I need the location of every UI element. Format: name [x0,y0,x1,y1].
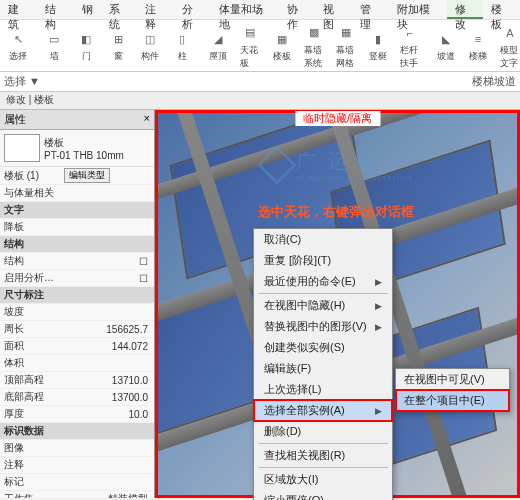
prop-row[interactable]: 坡度 [0,304,154,321]
tool-栏杆扶手[interactable]: ⌐栏杆扶手 [396,22,424,71]
prop-row[interactable]: 注释 [0,457,154,474]
ctx-item[interactable]: 查找相关视图(R) [254,445,392,466]
ctx-item[interactable]: 重复 [阶段](T) [254,250,392,271]
properties-panel: 属性 × 楼板 PT-01 THB 10mm 楼板 (1) 编辑类型 与体量相关… [0,110,155,498]
ribbon-tab-视图[interactable]: 视图 [315,0,352,19]
sub-item[interactable]: 在视图中可见(V) [396,369,509,390]
tool-坡道[interactable]: ◣坡道 [432,28,460,64]
ctx-item[interactable]: 在视图中隐藏(H)▶ [254,295,392,316]
ribbon-tab-修改[interactable]: 修改 [447,0,484,19]
ribbon-tab-注释[interactable]: 注释 [137,0,174,19]
close-icon[interactable]: × [144,112,150,127]
ctx-item[interactable]: 取消(C) [254,229,392,250]
ctx-item[interactable]: 删除(D) [254,421,392,442]
type-sub: PT-01 THB 10mm [44,150,124,161]
ctx-item[interactable]: 编辑族(F) [254,358,392,379]
tool-楼梯[interactable]: ≡楼梯 [464,28,492,64]
sub-item[interactable]: 在整个项目中(E) [396,390,509,411]
prop-row[interactable]: 尺寸标注 [0,287,154,304]
ctx-item[interactable]: 缩小两倍(O) [254,490,392,500]
prop-row[interactable]: 标识数据 [0,423,154,440]
ribbon-tab-协作[interactable]: 协作 [279,0,316,19]
ctx-item[interactable]: 上次选择(L) [254,379,392,400]
ctx-item[interactable]: 创建类似实例(S) [254,337,392,358]
tool-竖梃[interactable]: ▮竖梃 [364,28,392,64]
ribbon-tab-体量和场地[interactable]: 体量和场地 [211,0,279,19]
tool-楼板[interactable]: ▦楼板 [268,28,296,64]
prop-row[interactable]: 顶部高程13710.0 [0,372,154,389]
prop-row[interactable]: 标记 [0,474,154,491]
ribbon-tab-建筑[interactable]: 建筑 [0,0,37,19]
properties-title: 属性 [4,112,26,127]
tool-模型文字[interactable]: A模型文字 [496,22,520,71]
type-name: 楼板 [44,136,124,150]
prop-row[interactable]: 启用分析…☐ [0,270,154,287]
tool-墙[interactable]: ▭墙 [40,28,68,64]
tool-幕墙系统[interactable]: ▩幕墙系统 [300,22,328,71]
prop-row[interactable]: 底部高程13700.0 [0,389,154,406]
type-thumbnail [4,134,40,162]
ribbon-tab-管理[interactable]: 管理 [352,0,389,19]
context-menu: 取消(C)重复 [阶段](T)最近使用的命令(E)▶在视图中隐藏(H)▶替换视图… [253,228,393,500]
prop-row[interactable]: 图像 [0,440,154,457]
stair-ramp-label: 楼梯坡道 [472,74,516,89]
prop-row[interactable]: 与体量相关 [0,185,154,202]
prop-row[interactable]: 工作集精装模型 [0,491,154,498]
prop-row[interactable]: 结构☐ [0,253,154,270]
tool-窗[interactable]: ⊞窗 [104,28,132,64]
hint-text: 选中天花，右键弹出对话框 [258,203,414,221]
ctx-item[interactable]: 区域放大(I) [254,469,392,490]
prop-row[interactable]: 面积144.072 [0,338,154,355]
prop-row[interactable]: 文字 [0,202,154,219]
watermark: 广 运询 GUANGZHU CONSULTATION [262,148,412,182]
prop-row[interactable]: 降板 [0,219,154,236]
prop-row[interactable]: 厚度10.0 [0,406,154,423]
viewport-title: 临时隐藏/隔离 [295,111,380,126]
ribbon-tab-结构[interactable]: 结构 [37,0,74,19]
tool-构件[interactable]: ◫构件 [136,28,164,64]
ribbon-tab-楼板[interactable]: 楼板 [483,0,520,19]
tool-柱[interactable]: ▯柱 [168,28,196,64]
ribbon-tab-附加模块[interactable]: 附加模块 [389,0,447,19]
tool-幕墙网格[interactable]: ▦幕墙网格 [332,22,360,71]
ctx-item[interactable]: 替换视图中的图形(V)▶ [254,316,392,337]
ribbon-tab-分析[interactable]: 分析 [174,0,211,19]
tool-天花板[interactable]: ▤天花板 [236,22,264,71]
edit-type-button[interactable]: 编辑类型 [64,168,110,183]
viewport[interactable]: 临时隐藏/隔离 广 运询 GUANGZHU CONSULTATION 选中天花，… [155,110,520,498]
prop-row[interactable]: 体积 [0,355,154,372]
select-dropdown[interactable]: 选择 ▼ [4,74,40,89]
prop-row[interactable]: 周长156625.7 [0,321,154,338]
ribbon-tab-钢[interactable]: 钢 [74,0,101,19]
ribbon-tab-系统[interactable]: 系统 [101,0,138,19]
ctx-item[interactable]: 最近使用的命令(E)▶ [254,271,392,292]
ctx-item[interactable]: 选择全部实例(A)▶ [254,400,392,421]
category-selector[interactable]: 楼板 (1) [4,169,64,183]
submenu: 在视图中可见(V)在整个项目中(E) [395,368,510,412]
tool-选择[interactable]: ↖选择 [4,28,32,64]
tool-门[interactable]: ◧门 [72,28,100,64]
prop-row[interactable]: 结构 [0,236,154,253]
context-tab[interactable]: 修改 | 楼板 [0,92,520,110]
tool-屋顶[interactable]: ◢屋顶 [204,28,232,64]
